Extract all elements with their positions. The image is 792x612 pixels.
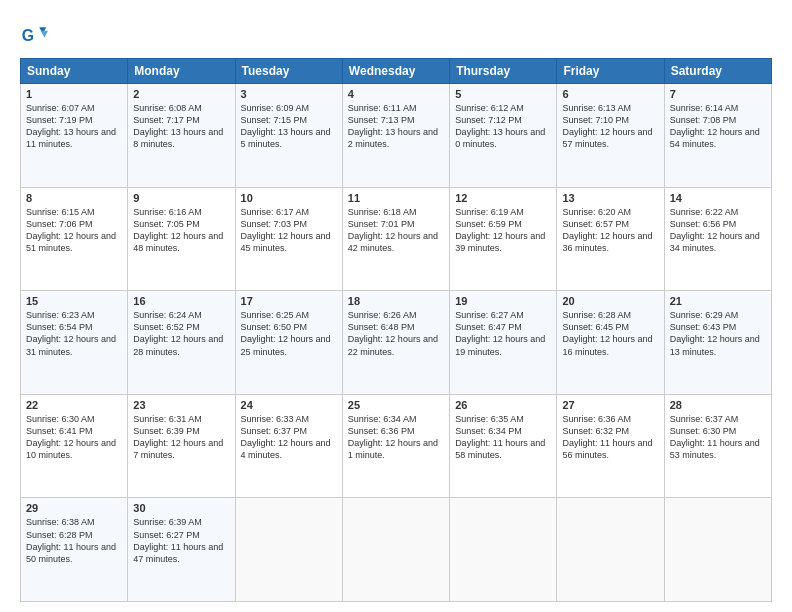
- day-number: 12: [455, 192, 551, 204]
- cell-info: Sunrise: 6:31 AMSunset: 6:39 PMDaylight:…: [133, 414, 223, 460]
- calendar-cell: 16 Sunrise: 6:24 AMSunset: 6:52 PMDaylig…: [128, 291, 235, 395]
- cell-info: Sunrise: 6:33 AMSunset: 6:37 PMDaylight:…: [241, 414, 331, 460]
- day-number: 27: [562, 399, 658, 411]
- day-number: 5: [455, 88, 551, 100]
- calendar-cell: 14 Sunrise: 6:22 AMSunset: 6:56 PMDaylig…: [664, 187, 771, 291]
- cell-info: Sunrise: 6:34 AMSunset: 6:36 PMDaylight:…: [348, 414, 438, 460]
- calendar-cell: 3 Sunrise: 6:09 AMSunset: 7:15 PMDayligh…: [235, 84, 342, 188]
- calendar-cell: 30 Sunrise: 6:39 AMSunset: 6:27 PMDaylig…: [128, 498, 235, 602]
- week-row-4: 22 Sunrise: 6:30 AMSunset: 6:41 PMDaylig…: [21, 394, 772, 498]
- day-number: 14: [670, 192, 766, 204]
- calendar-cell: 8 Sunrise: 6:15 AMSunset: 7:06 PMDayligh…: [21, 187, 128, 291]
- calendar-cell: 29 Sunrise: 6:38 AMSunset: 6:28 PMDaylig…: [21, 498, 128, 602]
- calendar-cell: 5 Sunrise: 6:12 AMSunset: 7:12 PMDayligh…: [450, 84, 557, 188]
- cell-info: Sunrise: 6:17 AMSunset: 7:03 PMDaylight:…: [241, 207, 331, 253]
- calendar-cell: 24 Sunrise: 6:33 AMSunset: 6:37 PMDaylig…: [235, 394, 342, 498]
- cell-info: Sunrise: 6:22 AMSunset: 6:56 PMDaylight:…: [670, 207, 760, 253]
- calendar-cell: 7 Sunrise: 6:14 AMSunset: 7:08 PMDayligh…: [664, 84, 771, 188]
- week-row-5: 29 Sunrise: 6:38 AMSunset: 6:28 PMDaylig…: [21, 498, 772, 602]
- calendar-cell: 26 Sunrise: 6:35 AMSunset: 6:34 PMDaylig…: [450, 394, 557, 498]
- day-number: 6: [562, 88, 658, 100]
- calendar-cell: 6 Sunrise: 6:13 AMSunset: 7:10 PMDayligh…: [557, 84, 664, 188]
- calendar-cell: [342, 498, 449, 602]
- calendar-table: SundayMondayTuesdayWednesdayThursdayFrid…: [20, 58, 772, 602]
- day-header-sunday: Sunday: [21, 59, 128, 84]
- day-number: 20: [562, 295, 658, 307]
- day-number: 16: [133, 295, 229, 307]
- day-number: 1: [26, 88, 122, 100]
- calendar-cell: 28 Sunrise: 6:37 AMSunset: 6:30 PMDaylig…: [664, 394, 771, 498]
- cell-info: Sunrise: 6:14 AMSunset: 7:08 PMDaylight:…: [670, 103, 760, 149]
- day-header-wednesday: Wednesday: [342, 59, 449, 84]
- cell-info: Sunrise: 6:11 AMSunset: 7:13 PMDaylight:…: [348, 103, 438, 149]
- day-number: 23: [133, 399, 229, 411]
- calendar-cell: 15 Sunrise: 6:23 AMSunset: 6:54 PMDaylig…: [21, 291, 128, 395]
- calendar-cell: [664, 498, 771, 602]
- calendar-cell: 10 Sunrise: 6:17 AMSunset: 7:03 PMDaylig…: [235, 187, 342, 291]
- day-number: 13: [562, 192, 658, 204]
- calendar-cell: 12 Sunrise: 6:19 AMSunset: 6:59 PMDaylig…: [450, 187, 557, 291]
- cell-info: Sunrise: 6:18 AMSunset: 7:01 PMDaylight:…: [348, 207, 438, 253]
- cell-info: Sunrise: 6:38 AMSunset: 6:28 PMDaylight:…: [26, 517, 116, 563]
- cell-info: Sunrise: 6:08 AMSunset: 7:17 PMDaylight:…: [133, 103, 223, 149]
- day-number: 9: [133, 192, 229, 204]
- logo: G: [20, 22, 52, 50]
- cell-info: Sunrise: 6:24 AMSunset: 6:52 PMDaylight:…: [133, 310, 223, 356]
- calendar-cell: 1 Sunrise: 6:07 AMSunset: 7:19 PMDayligh…: [21, 84, 128, 188]
- day-number: 29: [26, 502, 122, 514]
- calendar-body: 1 Sunrise: 6:07 AMSunset: 7:19 PMDayligh…: [21, 84, 772, 602]
- day-number: 10: [241, 192, 337, 204]
- calendar-cell: 27 Sunrise: 6:36 AMSunset: 6:32 PMDaylig…: [557, 394, 664, 498]
- calendar-cell: 11 Sunrise: 6:18 AMSunset: 7:01 PMDaylig…: [342, 187, 449, 291]
- calendar-cell: [557, 498, 664, 602]
- calendar-cell: 13 Sunrise: 6:20 AMSunset: 6:57 PMDaylig…: [557, 187, 664, 291]
- calendar-cell: [450, 498, 557, 602]
- cell-info: Sunrise: 6:29 AMSunset: 6:43 PMDaylight:…: [670, 310, 760, 356]
- day-header-thursday: Thursday: [450, 59, 557, 84]
- logo-icon: G: [20, 22, 48, 50]
- calendar-cell: 4 Sunrise: 6:11 AMSunset: 7:13 PMDayligh…: [342, 84, 449, 188]
- cell-info: Sunrise: 6:12 AMSunset: 7:12 PMDaylight:…: [455, 103, 545, 149]
- day-number: 25: [348, 399, 444, 411]
- day-number: 18: [348, 295, 444, 307]
- calendar-cell: 17 Sunrise: 6:25 AMSunset: 6:50 PMDaylig…: [235, 291, 342, 395]
- cell-info: Sunrise: 6:20 AMSunset: 6:57 PMDaylight:…: [562, 207, 652, 253]
- svg-marker-2: [41, 31, 48, 38]
- cell-info: Sunrise: 6:26 AMSunset: 6:48 PMDaylight:…: [348, 310, 438, 356]
- day-header-monday: Monday: [128, 59, 235, 84]
- day-number: 8: [26, 192, 122, 204]
- week-row-2: 8 Sunrise: 6:15 AMSunset: 7:06 PMDayligh…: [21, 187, 772, 291]
- day-number: 7: [670, 88, 766, 100]
- cell-info: Sunrise: 6:35 AMSunset: 6:34 PMDaylight:…: [455, 414, 545, 460]
- cell-info: Sunrise: 6:16 AMSunset: 7:05 PMDaylight:…: [133, 207, 223, 253]
- cell-info: Sunrise: 6:27 AMSunset: 6:47 PMDaylight:…: [455, 310, 545, 356]
- day-number: 11: [348, 192, 444, 204]
- cell-info: Sunrise: 6:30 AMSunset: 6:41 PMDaylight:…: [26, 414, 116, 460]
- day-number: 28: [670, 399, 766, 411]
- day-header-friday: Friday: [557, 59, 664, 84]
- day-number: 4: [348, 88, 444, 100]
- day-number: 3: [241, 88, 337, 100]
- cell-info: Sunrise: 6:25 AMSunset: 6:50 PMDaylight:…: [241, 310, 331, 356]
- day-number: 21: [670, 295, 766, 307]
- calendar-header: SundayMondayTuesdayWednesdayThursdayFrid…: [21, 59, 772, 84]
- calendar-cell: 19 Sunrise: 6:27 AMSunset: 6:47 PMDaylig…: [450, 291, 557, 395]
- header-row: SundayMondayTuesdayWednesdayThursdayFrid…: [21, 59, 772, 84]
- header: G: [20, 18, 772, 50]
- page: G SundayMondayTuesdayWednesdayThursdayFr…: [0, 0, 792, 612]
- day-number: 15: [26, 295, 122, 307]
- calendar-cell: [235, 498, 342, 602]
- cell-info: Sunrise: 6:15 AMSunset: 7:06 PMDaylight:…: [26, 207, 116, 253]
- cell-info: Sunrise: 6:13 AMSunset: 7:10 PMDaylight:…: [562, 103, 652, 149]
- cell-info: Sunrise: 6:37 AMSunset: 6:30 PMDaylight:…: [670, 414, 760, 460]
- day-number: 2: [133, 88, 229, 100]
- day-number: 17: [241, 295, 337, 307]
- calendar-cell: 21 Sunrise: 6:29 AMSunset: 6:43 PMDaylig…: [664, 291, 771, 395]
- calendar-cell: 25 Sunrise: 6:34 AMSunset: 6:36 PMDaylig…: [342, 394, 449, 498]
- cell-info: Sunrise: 6:39 AMSunset: 6:27 PMDaylight:…: [133, 517, 223, 563]
- day-header-tuesday: Tuesday: [235, 59, 342, 84]
- calendar-cell: 22 Sunrise: 6:30 AMSunset: 6:41 PMDaylig…: [21, 394, 128, 498]
- day-number: 24: [241, 399, 337, 411]
- calendar-cell: 9 Sunrise: 6:16 AMSunset: 7:05 PMDayligh…: [128, 187, 235, 291]
- week-row-1: 1 Sunrise: 6:07 AMSunset: 7:19 PMDayligh…: [21, 84, 772, 188]
